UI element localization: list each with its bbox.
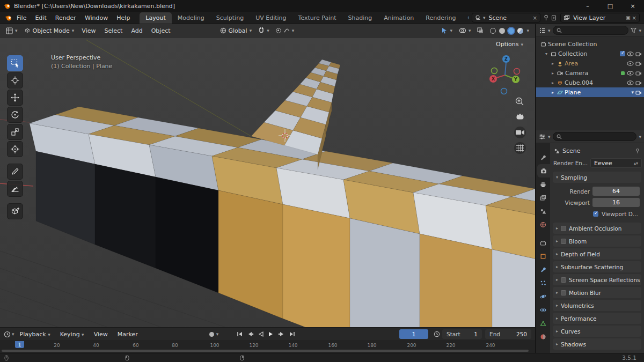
gizmo-axis-x[interactable]: X (489, 75, 497, 83)
outliner-row-scene-collection[interactable]: Scene Collection (536, 39, 644, 49)
current-frame-field[interactable]: 1 (399, 329, 428, 339)
material-tab[interactable] (536, 330, 550, 343)
render-camera-icon[interactable] (635, 51, 642, 56)
tab-shading[interactable]: Shading (342, 12, 378, 24)
measure-tool[interactable] (7, 181, 23, 197)
outliner-type-icon[interactable] (539, 27, 546, 34)
menu-render[interactable]: Render (51, 13, 80, 23)
physics-tab[interactable] (536, 290, 550, 303)
tab-compositing[interactable]: Compositing (462, 12, 469, 24)
annotate-tool[interactable] (7, 164, 23, 180)
constraints-tab[interactable] (536, 303, 550, 316)
ambient-occlusion-checkbox[interactable] (561, 226, 566, 231)
object-tab[interactable] (536, 249, 550, 263)
timeline-type-icon[interactable] (4, 331, 11, 338)
view-layer-tab[interactable] (536, 191, 550, 204)
plane-chevron[interactable]: ▾ (631, 90, 634, 95)
hide-eye-icon[interactable] (627, 71, 634, 76)
outliner-row-cube004[interactable]: ▸ Cube.004 (536, 78, 644, 87)
menu-keying[interactable]: Keying ▾ (56, 329, 89, 339)
section-depth-of-field[interactable]: ▸ Depth of Field (553, 248, 641, 260)
gizmo-toggle[interactable]: ▾ (438, 26, 455, 35)
modifiers-tab[interactable] (536, 263, 550, 276)
properties-options-chevron[interactable]: ▾ (639, 134, 641, 139)
section-motion-blur[interactable]: ▸ Motion Blur (553, 287, 641, 298)
cursor-tool[interactable] (7, 72, 23, 88)
frame-end-field[interactable]: End 250 (485, 329, 531, 339)
playhead[interactable]: 1 (15, 341, 24, 348)
outliner-row-area[interactable]: ▸ Area (536, 58, 644, 68)
tab-rendering[interactable]: Rendering (420, 12, 462, 24)
hide-eye-icon[interactable] (627, 51, 634, 56)
rotate-tool[interactable] (7, 107, 23, 123)
render-camera-icon[interactable] (635, 80, 642, 85)
collection-disclosure[interactable]: ▾ (544, 51, 549, 56)
menu-object[interactable]: Object (148, 26, 174, 36)
options-button[interactable]: Options▾ (496, 41, 523, 48)
pin-icon[interactable] (635, 148, 640, 154)
camera-view-button[interactable] (514, 127, 526, 138)
tab-sculpting[interactable]: Sculpting (210, 12, 250, 24)
render-camera-icon[interactable] (635, 90, 642, 95)
shading-wireframe-button[interactable] (490, 28, 496, 34)
viewport-3d[interactable]: X Y Z (0, 38, 535, 327)
menu-edit[interactable]: Edit (31, 13, 50, 23)
menu-view-timeline[interactable]: View (90, 329, 112, 339)
ortho-toggle-button[interactable] (514, 142, 526, 154)
collection-checkbox[interactable] (620, 51, 625, 56)
scene-selector[interactable]: ▾ Scene × (472, 13, 540, 23)
editor-type-button[interactable]: ▾ (3, 26, 20, 35)
section-volumetrics[interactable]: ▸ Volumetrics (553, 300, 641, 311)
tab-uv-editing[interactable]: UV Editing (250, 12, 292, 24)
section-shadows[interactable]: ▸ Shadows (553, 338, 641, 350)
remove-view-layer-icon[interactable]: × (632, 15, 636, 21)
proportional-editing-toggle[interactable]: ▾ (273, 27, 297, 34)
menu-marker[interactable]: Marker (113, 329, 142, 339)
shading-rendered-button[interactable] (517, 28, 523, 34)
scale-tool[interactable] (7, 124, 23, 140)
new-scene-icon[interactable] (551, 14, 557, 21)
gizmo-axis-y[interactable]: Y (512, 76, 519, 83)
overlays-toggle[interactable]: ▾ (456, 26, 474, 35)
tool-tab[interactable] (536, 151, 550, 164)
menu-select[interactable]: Select (100, 26, 126, 36)
minimize-button[interactable]: – (576, 0, 599, 12)
properties-type-icon[interactable] (539, 134, 546, 140)
output-tab[interactable] (536, 178, 550, 191)
menu-file[interactable]: File (12, 13, 31, 23)
menu-window[interactable]: Window (80, 13, 112, 23)
outliner-row-camera[interactable]: ▸ Camera (536, 68, 644, 78)
timeline-ruler[interactable]: 20 40 60 80 100 120 140 160 180 200 220 … (0, 341, 535, 349)
hide-eye-icon[interactable] (627, 80, 634, 85)
sampling-viewport-field[interactable]: 16 (592, 198, 640, 207)
prev-keyframe-button[interactable] (247, 331, 254, 337)
motion-blur-checkbox[interactable] (561, 290, 566, 295)
select-box-tool[interactable] (7, 55, 23, 71)
transform-tool[interactable] (7, 141, 23, 157)
outliner-row-collection[interactable]: ▾ Collection (536, 49, 644, 58)
copy-view-layer-icon[interactable]: ▣ (626, 15, 631, 20)
section-curves[interactable]: ▸ Curves (553, 326, 641, 337)
render-tab[interactable] (537, 164, 550, 178)
world-tab[interactable] (536, 218, 550, 231)
collection-tab[interactable] (536, 236, 550, 249)
snap-toggle[interactable]: ▾ (255, 26, 272, 35)
tab-layout[interactable]: Layout (140, 12, 171, 24)
use-preview-range-icon[interactable] (434, 331, 440, 337)
object-data-tab[interactable] (536, 316, 550, 330)
gizmo-axis-z-neg[interactable] (501, 88, 507, 94)
jump-to-start-button[interactable] (236, 331, 243, 337)
transform-orientation-dropdown[interactable]: Global ▾ (217, 26, 255, 35)
scene-unlink-icon[interactable]: × (533, 15, 537, 21)
scene-browse-icon[interactable] (475, 14, 481, 21)
mode-dropdown[interactable]: Object Mode ▾ (21, 26, 77, 35)
move-tool[interactable] (7, 90, 23, 106)
sampling-render-field[interactable]: 64 (592, 187, 640, 196)
section-performance[interactable]: ▸ Performance (553, 313, 641, 324)
gizmo-axis-y-neg[interactable] (492, 68, 497, 74)
blender-menu-icon[interactable] (4, 14, 12, 21)
maximize-button[interactable]: □ (599, 0, 621, 12)
close-button[interactable]: × (621, 0, 644, 12)
section-screen-space-reflections[interactable]: ▸ Screen Space Reflections (553, 274, 641, 285)
tab-animation[interactable]: Animation (378, 12, 420, 24)
